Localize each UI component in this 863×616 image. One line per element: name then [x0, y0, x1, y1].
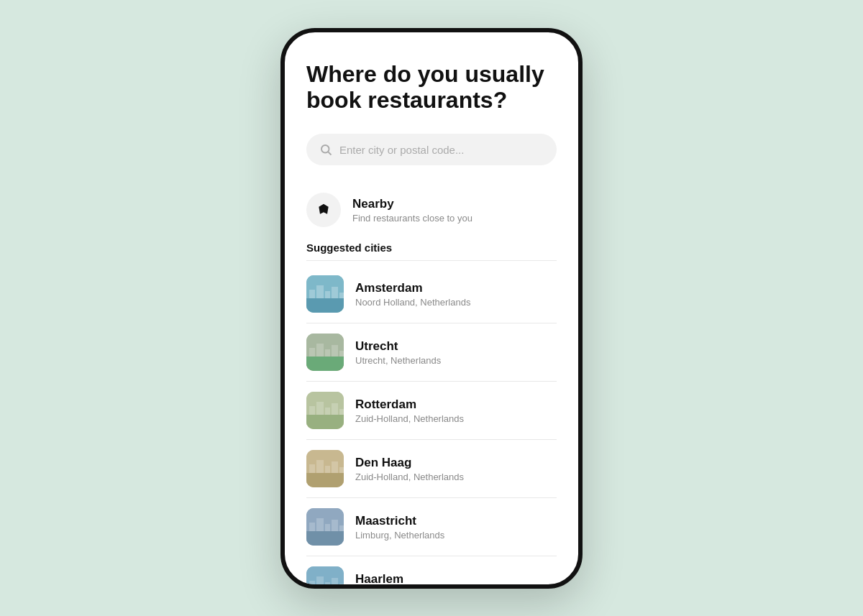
svg-rect-40	[316, 576, 324, 584]
city-region: Utrecht, Netherlands	[355, 355, 441, 366]
svg-rect-20	[325, 408, 330, 415]
city-name: Amsterdam	[355, 281, 470, 295]
svg-rect-42	[332, 578, 338, 584]
svg-rect-25	[309, 464, 315, 473]
city-name: Haarlem	[355, 572, 471, 584]
city-row[interactable]: AmsterdamNoord Holland, Netherlands	[306, 265, 557, 323]
svg-rect-24	[306, 473, 344, 487]
city-thumbnail	[306, 450, 344, 487]
svg-rect-4	[309, 290, 315, 298]
svg-rect-34	[325, 524, 330, 531]
city-thumbnail	[306, 275, 344, 313]
city-region: Limburg, Netherlands	[355, 530, 444, 541]
svg-rect-17	[306, 415, 344, 429]
page-title: Where do you usually book restaurants?	[306, 61, 557, 114]
city-thumbnail	[306, 392, 344, 429]
svg-rect-41	[325, 582, 330, 584]
svg-point-0	[321, 145, 329, 153]
svg-rect-6	[325, 291, 330, 298]
svg-rect-3	[306, 298, 344, 313]
suggested-cities-label: Suggested cities	[306, 239, 392, 254]
svg-rect-18	[309, 406, 315, 415]
svg-rect-28	[332, 461, 338, 473]
phone-frame: Where do you usually book restaurants? E…	[280, 28, 583, 589]
svg-rect-11	[309, 348, 315, 357]
search-bar[interactable]: Enter city or postal code...	[306, 134, 557, 165]
svg-rect-12	[316, 344, 324, 357]
svg-rect-15	[339, 351, 344, 357]
city-row[interactable]: UtrechtUtrecht, Netherlands	[306, 323, 557, 382]
svg-rect-19	[316, 402, 324, 415]
nearby-title: Nearby	[352, 197, 472, 211]
svg-rect-5	[316, 285, 324, 298]
city-region: Zuid-Holland, Netherlands	[355, 413, 464, 424]
city-region: Noord Holland, Netherlands	[355, 297, 470, 308]
nearby-subtitle: Find restaurants close to you	[352, 213, 472, 224]
svg-rect-21	[332, 403, 338, 415]
svg-rect-39	[309, 581, 315, 584]
nearby-location-icon	[306, 193, 341, 227]
cities-list: AmsterdamNoord Holland, NetherlandsUtrec…	[306, 265, 557, 584]
svg-rect-7	[332, 287, 338, 298]
svg-rect-29	[339, 467, 344, 473]
city-row[interactable]: RotterdamZuid-Holland, Netherlands	[306, 382, 557, 440]
city-row[interactable]: MaastrichtLimburg, Netherlands	[306, 498, 557, 556]
city-name: Utrecht	[355, 339, 441, 354]
svg-rect-26	[316, 460, 324, 473]
nearby-row[interactable]: Nearby Find restaurants close to you	[306, 185, 557, 242]
city-thumbnail	[306, 508, 344, 546]
svg-rect-36	[339, 525, 344, 531]
svg-rect-31	[306, 531, 344, 546]
svg-rect-13	[325, 349, 330, 357]
svg-rect-10	[306, 357, 344, 371]
city-name: Rotterdam	[355, 397, 464, 412]
city-name: Den Haag	[355, 456, 464, 470]
city-region: Zuid-Holland, Netherlands	[355, 472, 464, 482]
svg-rect-27	[325, 466, 330, 473]
search-icon	[319, 143, 332, 156]
city-name: Maastricht	[355, 514, 444, 528]
phone-content: Where do you usually book restaurants? E…	[285, 32, 578, 584]
svg-rect-35	[332, 520, 338, 531]
svg-rect-33	[316, 518, 324, 531]
svg-rect-32	[309, 523, 315, 531]
svg-rect-22	[339, 409, 344, 415]
city-row[interactable]: Den HaagZuid-Holland, Netherlands	[306, 440, 557, 498]
svg-rect-14	[332, 345, 338, 357]
svg-rect-8	[339, 293, 344, 298]
search-placeholder: Enter city or postal code...	[339, 144, 464, 156]
city-thumbnail	[306, 566, 344, 584]
city-row[interactable]: HaarlemNoord-Holland, Netherlands	[306, 556, 557, 584]
svg-line-1	[328, 152, 331, 155]
city-thumbnail	[306, 334, 344, 371]
suggested-cities-section: Suggested cities AmsterdamNoord Holland,…	[306, 242, 557, 584]
